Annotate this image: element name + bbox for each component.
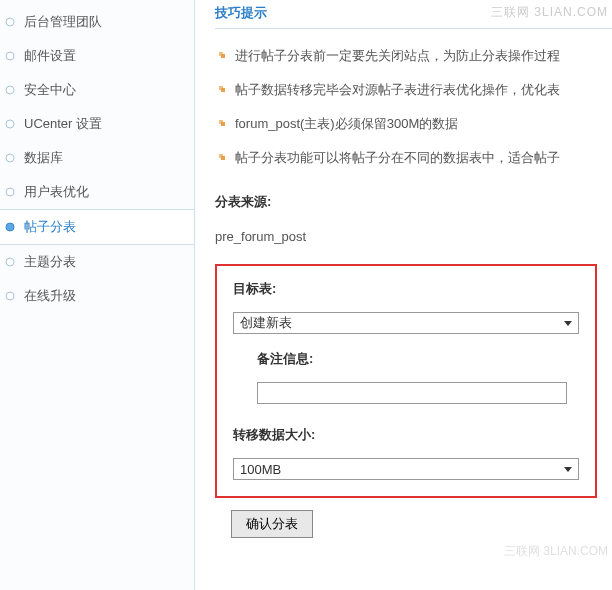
tips-title: 技巧提示 — [215, 5, 267, 20]
remark-label: 备注信息: — [257, 350, 579, 368]
transfer-size-value: 100MB — [240, 462, 281, 477]
watermark-text: 三联网 3LIAN.COM — [491, 4, 608, 21]
main-content: 技巧提示 进行帖子分表前一定要先关闭站点，为防止分表操作过程 帖子数据转移完毕会… — [195, 0, 612, 590]
watermark-text-bottom: 三联网 3LIAN.COM — [504, 543, 608, 560]
main-container: 后台管理团队 邮件设置 安全中心 UCenter 设置 数据库 用户表优化 帖子… — [0, 0, 612, 590]
confirm-split-button[interactable]: 确认分表 — [231, 510, 313, 538]
target-table-value: 创建新表 — [240, 314, 292, 332]
chevron-down-icon — [564, 321, 572, 326]
sidebar-item-post-table[interactable]: 帖子分表 — [0, 209, 194, 245]
tip-item: 帖子数据转移完毕会对源帖子表进行表优化操作，优化表 — [215, 73, 612, 107]
sidebar-item-topic-table[interactable]: 主题分表 — [0, 245, 194, 279]
source-label: 分表来源: — [215, 193, 612, 211]
sidebar-item-security[interactable]: 安全中心 — [0, 73, 194, 107]
sidebar-item-online-upgrade[interactable]: 在线升级 — [0, 279, 194, 313]
source-value: pre_forum_post — [215, 229, 612, 244]
sidebar-item-admin-team[interactable]: 后台管理团队 — [0, 5, 194, 39]
chevron-down-icon — [564, 467, 572, 472]
remark-input[interactable] — [257, 382, 567, 404]
tips-list: 进行帖子分表前一定要先关闭站点，为防止分表操作过程 帖子数据转移完毕会对源帖子表… — [215, 29, 612, 175]
transfer-size-label: 转移数据大小: — [233, 426, 579, 444]
target-table-label: 目标表: — [233, 280, 579, 298]
sidebar-item-ucenter[interactable]: UCenter 设置 — [0, 107, 194, 141]
sidebar-item-database[interactable]: 数据库 — [0, 141, 194, 175]
tip-item: 帖子分表功能可以将帖子分在不同的数据表中，适合帖子 — [215, 141, 612, 175]
sidebar-item-user-table[interactable]: 用户表优化 — [0, 175, 194, 209]
source-section: 分表来源: pre_forum_post — [215, 193, 612, 244]
size-section: 转移数据大小: 100MB — [233, 426, 579, 480]
transfer-size-select[interactable]: 100MB — [233, 458, 579, 480]
sidebar-item-mail-settings[interactable]: 邮件设置 — [0, 39, 194, 73]
tip-item: 进行帖子分表前一定要先关闭站点，为防止分表操作过程 — [215, 39, 612, 73]
sidebar: 后台管理团队 邮件设置 安全中心 UCenter 设置 数据库 用户表优化 帖子… — [0, 0, 195, 590]
remark-section: 备注信息: — [233, 350, 579, 404]
tip-item: forum_post(主表)必须保留300M的数据 — [215, 107, 612, 141]
target-table-select[interactable]: 创建新表 — [233, 312, 579, 334]
form-box: 目标表: 创建新表 备注信息: 转移数据大小: 100MB — [215, 264, 597, 498]
